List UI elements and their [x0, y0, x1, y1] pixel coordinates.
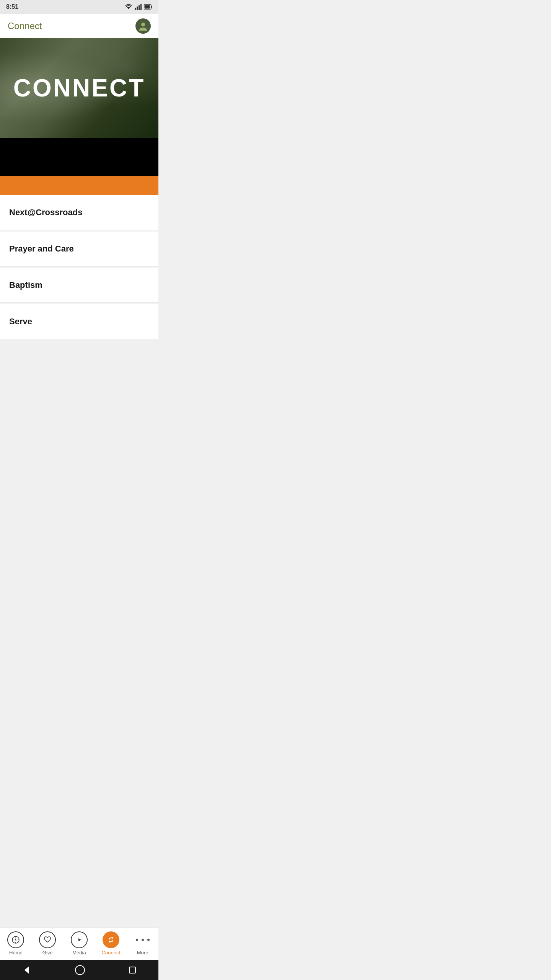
- user-icon: [138, 21, 148, 31]
- battery-icon: [144, 4, 152, 10]
- profile-avatar-button[interactable]: [135, 18, 151, 34]
- menu-item-baptism[interactable]: Baptism: [0, 268, 158, 303]
- menu-item-label: Serve: [9, 317, 32, 326]
- svg-point-8: [141, 23, 145, 26]
- svg-rect-6: [152, 6, 153, 8]
- hero-black-bar: [0, 138, 158, 176]
- svg-rect-1: [135, 8, 136, 10]
- header: Connect: [0, 14, 158, 38]
- menu-item-label: Prayer and Care: [9, 244, 74, 253]
- status-time: 8:51: [6, 3, 18, 10]
- status-icons: [125, 4, 152, 10]
- signal-icon: [135, 4, 142, 10]
- hero-orange-bar: [0, 176, 158, 195]
- menu-item-label: Baptism: [9, 280, 42, 290]
- svg-rect-3: [139, 5, 140, 10]
- page-title: Connect: [8, 21, 42, 31]
- status-bar: 8:51: [0, 0, 158, 14]
- hero-section: CONNECT: [0, 38, 158, 195]
- menu-item-prayer-care[interactable]: Prayer and Care: [0, 232, 158, 266]
- menu-item-label: Next@Crossroads: [9, 207, 82, 217]
- menu-list: Next@Crossroads Prayer and Care Baptism …: [0, 195, 158, 339]
- svg-marker-0: [127, 7, 130, 9]
- hero-image: CONNECT: [0, 38, 158, 138]
- svg-rect-4: [140, 4, 142, 10]
- svg-rect-7: [145, 5, 150, 9]
- hero-title: CONNECT: [13, 74, 145, 102]
- menu-item-serve[interactable]: Serve: [0, 304, 158, 339]
- svg-rect-2: [137, 7, 138, 10]
- wifi-icon: [125, 4, 132, 10]
- menu-item-next-crossroads[interactable]: Next@Crossroads: [0, 195, 158, 230]
